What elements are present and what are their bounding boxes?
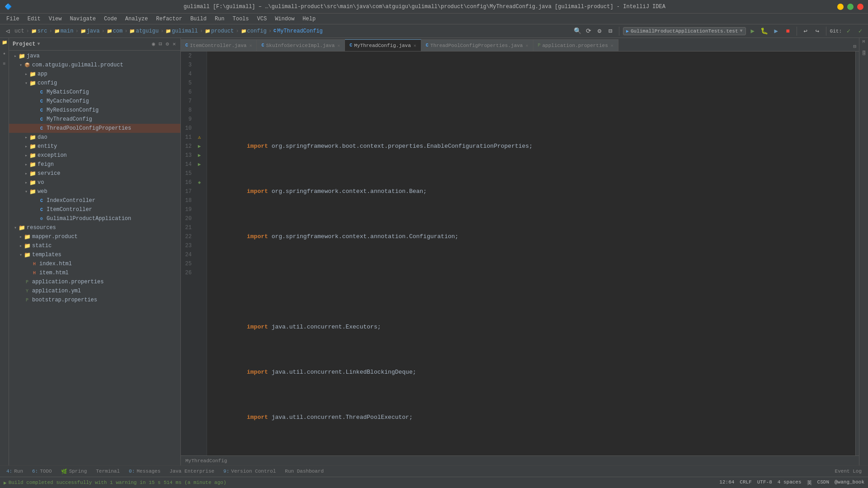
menu-help[interactable]: Help [299, 15, 319, 23]
run-button[interactable]: ▶ [748, 26, 758, 36]
bottom-tab-run[interactable]: 4: Run [3, 468, 27, 475]
menu-view[interactable]: View [45, 15, 66, 23]
tree-mythreadconfig[interactable]: C MyThreadConfig [9, 115, 180, 124]
tree-vo[interactable]: ▸ 📁 vo [9, 178, 180, 187]
undo-button[interactable]: ↩ [801, 26, 811, 36]
menu-navigate[interactable]: Navigate [66, 15, 99, 23]
database-icon[interactable]: 🗄 [860, 51, 868, 58]
tree-gulimallproductapplication[interactable]: ⚙ GulimallProductApplication [9, 214, 180, 223]
tree-app[interactable]: ▸ 📁 app [9, 70, 180, 79]
editor-layout-icon[interactable]: ⊟ [850, 42, 859, 51]
debug-button[interactable]: 🐛 [760, 26, 769, 36]
tab-close-threadpool[interactable]: ✕ [525, 43, 528, 48]
tab-close-appprops[interactable]: ✕ [611, 43, 613, 48]
tree-threadpoolconfigproperties[interactable]: C ThreadPoolConfigProperties [9, 124, 180, 133]
tab-label: MyThreadConfig.java [354, 43, 410, 48]
tree-application-yml[interactable]: Y application.yml [9, 286, 180, 296]
line-numbers-gutter: 2 3 4 5 [181, 52, 207, 455]
tree-static[interactable]: ▸ 📁 static [9, 241, 180, 250]
tree-feign[interactable]: ▸ 📁 feign [9, 160, 180, 169]
code-editor[interactable]: 2 3 4 5 [181, 52, 859, 455]
panel-close-icon[interactable]: ✕ [172, 40, 177, 48]
menu-code[interactable]: Code [100, 15, 121, 23]
bottom-tab-messages[interactable]: 0: Messages [125, 468, 164, 475]
sync-icon[interactable]: ⟳ [584, 26, 594, 36]
bottom-tab-todo[interactable]: 6: TODO [28, 468, 56, 475]
collapse-icon[interactable]: ⊟ [605, 26, 615, 36]
bottom-tab-run-dashboard[interactable]: Run Dashboard [281, 468, 327, 475]
menu-refactor[interactable]: Refactor [152, 15, 186, 23]
menu-build[interactable]: Build [187, 15, 210, 23]
menu-run[interactable]: Run [211, 15, 228, 23]
bottom-tab-java-enterprise[interactable]: Java Enterprise [166, 468, 218, 475]
menu-window[interactable]: Window [271, 15, 298, 23]
stop-button[interactable]: ■ [783, 26, 793, 36]
tree-itemcontroller[interactable]: C ItemController [9, 205, 180, 214]
tree-templates[interactable]: ▾ 📁 templates [9, 250, 180, 259]
maximize-button[interactable] [847, 4, 854, 10]
project-panel-header: Project ▼ ◉ ⊟ ⚙ ✕ [9, 38, 180, 51]
settings-icon[interactable]: ⚙ [594, 26, 604, 36]
project-icon[interactable]: 📁 [1, 40, 8, 47]
bottom-tab-spring[interactable]: 🌿 Spring [57, 468, 91, 475]
close-button[interactable] [857, 4, 863, 10]
menu-edit[interactable]: Edit [24, 15, 44, 23]
tree-mycacheconfig[interactable]: C MyCacheConfig [9, 97, 180, 106]
status-indent[interactable]: 4 spaces [778, 479, 802, 486]
toolbar-back[interactable]: ◁ [3, 26, 13, 36]
tab-itemcontroller[interactable]: C ItemController.java ✕ [181, 39, 257, 51]
git-check-icon[interactable]: ✓ [844, 26, 854, 36]
menu-analyze[interactable]: Analyze [122, 15, 151, 23]
tree-bootstrap-properties[interactable]: P bootstrap.properties [9, 296, 180, 305]
tree-web[interactable]: ▾ 📁 web [9, 187, 180, 196]
bottom-tab-event-log[interactable]: Event Log [831, 468, 865, 475]
git-tick-icon[interactable]: ✓ [855, 26, 865, 36]
tab-skuinfoserviceimpl[interactable]: C SkuInfoServiceImpl.java ✕ [257, 39, 345, 51]
tree-resources[interactable]: ▾ 📁 resources [9, 223, 180, 232]
minimize-button[interactable] [837, 4, 844, 10]
menu-file[interactable]: File [3, 15, 23, 23]
tree-mybatisconfig[interactable]: C MyBatisConfig [9, 88, 180, 97]
menu-tools[interactable]: Tools [229, 15, 253, 23]
menu-vcs[interactable]: VCS [254, 15, 271, 23]
collapse-all-icon[interactable]: ⊟ [158, 40, 163, 48]
tab-label: ThreadPoolConfigProperties.java [430, 43, 523, 48]
marker-strip [855, 52, 859, 455]
search-everywhere-icon[interactable]: 🔍 [573, 26, 583, 36]
status-encoding[interactable]: UTF-8 [757, 479, 772, 486]
tree-dao[interactable]: ▸ 📁 dao [9, 133, 180, 142]
bottom-tab-version-control[interactable]: 9: Version Control [220, 468, 279, 475]
tab-threadpoolconfigproperties[interactable]: C ThreadPoolConfigProperties.java ✕ [421, 39, 533, 51]
gear-icon[interactable]: ⚙ [165, 40, 170, 48]
tab-close-skuinfo[interactable]: ✕ [337, 43, 340, 48]
tree-indexcontroller[interactable]: C IndexController [9, 196, 180, 205]
tree-myredissonconfig[interactable]: C MyRedissonConfig [9, 106, 180, 115]
scope-icon[interactable]: ◉ [151, 40, 156, 48]
tab-application-properties[interactable]: P application.properties ✕ [533, 39, 618, 51]
bottom-tab-terminal[interactable]: Terminal [92, 468, 123, 475]
structure-icon[interactable]: ≡ [1, 61, 8, 69]
tree-package[interactable]: ▾ 📦 com.atguigu.gulimall.product [9, 61, 180, 70]
status-linesep[interactable]: CRLF [740, 479, 751, 486]
tree-exception[interactable]: ▸ 📁 exception [9, 151, 180, 160]
run-coverage-button[interactable]: ▶ [771, 26, 781, 36]
tab-close-itemcontroller[interactable]: ✕ [249, 43, 252, 48]
tree-index-html[interactable]: H index.html [9, 259, 180, 268]
tree-mapper-product[interactable]: ▸ 📁 mapper.product [9, 232, 180, 241]
status-position[interactable]: 12:64 [719, 479, 734, 486]
tree-entity[interactable]: ▸ 📁 entity [9, 142, 180, 151]
maven-icon[interactable]: M [860, 40, 868, 47]
favorites-icon[interactable]: ★ [1, 51, 8, 58]
tree-service[interactable]: ▸ 📁 service [9, 169, 180, 178]
status-run-icon: ▶ [4, 480, 7, 486]
tree-item-html[interactable]: H item.html [9, 268, 180, 277]
tree-java[interactable]: ▸ 📁 java [9, 52, 180, 61]
run-config-selector[interactable]: ▶ GulimallProductApplicationTests.test ▼ [623, 27, 746, 35]
tab-close-mythreadconfig[interactable]: ✕ [414, 43, 416, 48]
code-content[interactable]: import org.springframework.boot.context.… [207, 52, 855, 455]
redo-button[interactable]: ↪ [812, 26, 822, 36]
tree-application-properties[interactable]: P application.properties [9, 277, 180, 286]
tab-mythreadconfig[interactable]: C MyThreadConfig.java ✕ [345, 39, 421, 51]
menu-bar: File Edit View Navigate Code Analyze Ref… [0, 14, 868, 24]
tree-config[interactable]: ▾ 📁 config [9, 79, 180, 88]
